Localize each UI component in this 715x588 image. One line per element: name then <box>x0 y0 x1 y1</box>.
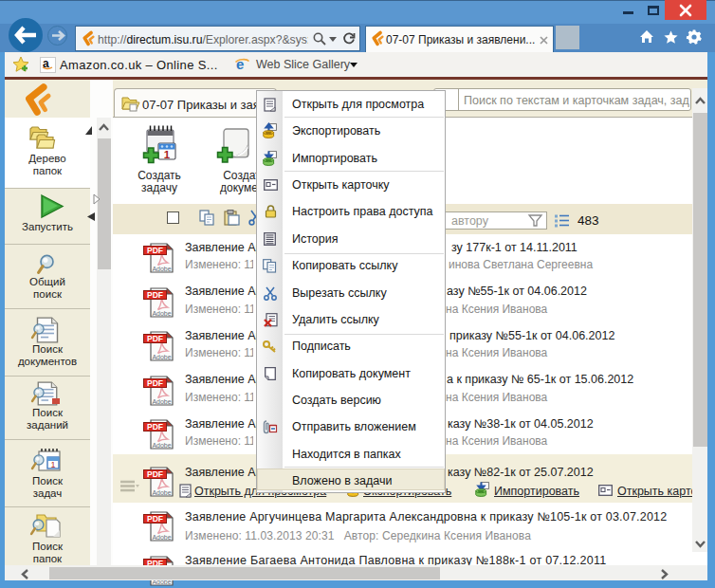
svg-text:Adobe: Adobe <box>152 354 171 360</box>
svg-text:Adobe: Adobe <box>152 442 171 449</box>
svg-text:PDF: PDF <box>147 378 163 388</box>
svg-text:PDF: PDF <box>147 246 163 255</box>
svg-text:PDF: PDF <box>147 334 163 343</box>
svg-text:Adobe: Adobe <box>152 534 171 541</box>
svg-text:Adobe: Adobe <box>152 309 171 316</box>
svg-text:Adobe: Adobe <box>152 397 171 404</box>
svg-text:1: 1 <box>164 149 171 160</box>
svg-text:PDF: PDF <box>147 422 163 432</box>
svg-text:1: 1 <box>50 460 55 469</box>
svg-text:PDF: PDF <box>147 514 163 524</box>
svg-text:Adobe: Adobe <box>152 266 171 272</box>
svg-text:PDF: PDF <box>147 290 163 300</box>
svg-text:PDF: PDF <box>147 469 163 479</box>
svg-text:Adobe: Adobe <box>152 489 171 496</box>
svg-text:e: e <box>236 56 244 72</box>
